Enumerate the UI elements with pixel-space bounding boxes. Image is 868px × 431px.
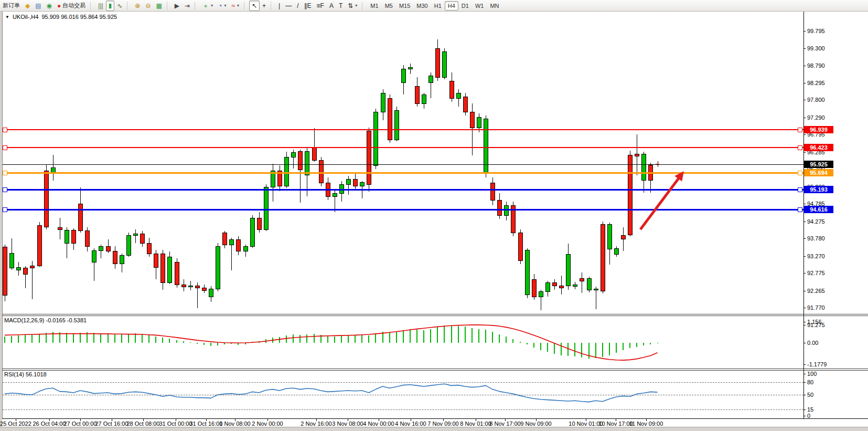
candle-up[interactable] — [381, 93, 385, 112]
candle-up[interactable] — [243, 246, 248, 251]
level-line-96.423[interactable] — [3, 147, 803, 148]
candle-down[interactable] — [532, 279, 537, 297]
timeframe-m30-button[interactable]: M30 — [413, 1, 431, 10]
arrows-dropdown-icon[interactable]: ▾ — [355, 3, 357, 8]
candle-down[interactable] — [85, 230, 90, 247]
line-anchor-left[interactable] — [3, 207, 7, 212]
candle-down[interactable] — [463, 97, 468, 112]
candle-down[interactable] — [415, 86, 420, 104]
candle-up[interactable] — [573, 285, 577, 287]
candle-up[interactable] — [99, 246, 103, 251]
zoom-in-button[interactable]: ⊕ — [132, 1, 143, 11]
level-line-95.193[interactable] — [3, 189, 803, 191]
line-anchor-right[interactable] — [798, 207, 802, 212]
candle-down[interactable] — [497, 200, 502, 216]
line-anchor-right[interactable] — [798, 128, 802, 132]
candle-down[interactable] — [175, 262, 179, 285]
candle-down[interactable] — [202, 288, 207, 291]
trend-arrow-shaft[interactable] — [640, 177, 680, 229]
line-chart-button[interactable]: ∿ — [114, 1, 125, 11]
candle-up[interactable] — [408, 67, 413, 69]
timeframe-mn-button[interactable]: MN — [487, 1, 502, 10]
candle-down[interactable] — [37, 225, 42, 266]
candle-down[interactable] — [580, 278, 584, 281]
candle-up[interactable] — [133, 234, 138, 236]
candle-down[interactable] — [30, 266, 35, 268]
timeframe-h4-button[interactable]: H4 — [445, 1, 458, 10]
candle-down[interactable] — [147, 243, 152, 254]
candle-up[interactable] — [92, 250, 97, 262]
timeframe-d1-button[interactable]: D1 — [458, 1, 472, 10]
crosshair-button[interactable]: + — [260, 1, 269, 11]
macd-splitter[interactable] — [2, 314, 868, 314]
candle-down[interactable] — [154, 254, 158, 268]
line-anchor-right[interactable] — [798, 171, 802, 175]
level-line-95.694[interactable] — [3, 172, 803, 174]
ohlc-bars-button[interactable]: ||| — [95, 1, 105, 11]
candle-down[interactable] — [236, 239, 241, 251]
candle-up[interactable] — [209, 289, 213, 297]
candle-down[interactable] — [222, 233, 227, 245]
time-axis[interactable]: 25 Oct 202226 Oct 04:0027 Oct 00:0027 Oc… — [2, 418, 868, 427]
line-anchor-right[interactable] — [798, 145, 802, 150]
line-anchor-left[interactable] — [3, 128, 7, 132]
timeframe-m1-button[interactable]: M1 — [367, 1, 381, 10]
candle-down[interactable] — [601, 224, 605, 291]
candle-up[interactable] — [291, 152, 296, 157]
candle-up[interactable] — [422, 94, 426, 104]
new-order-button[interactable]: 新订单 — [0, 1, 23, 11]
candle-down[interactable] — [388, 98, 392, 140]
line-anchor-left[interactable] — [3, 187, 7, 192]
trendline-button[interactable]: / — [294, 1, 301, 11]
candle-down[interactable] — [621, 235, 626, 239]
candle-down[interactable] — [78, 204, 83, 231]
periods-dropdown-icon[interactable]: ▾ — [224, 3, 226, 8]
terminal-button[interactable]: ◉ — [44, 1, 55, 11]
line-anchor-left[interactable] — [3, 171, 7, 175]
candle-down[interactable] — [44, 171, 49, 227]
candle-down[interactable] — [160, 254, 165, 283]
candle-up[interactable] — [504, 205, 509, 216]
line-anchor-right[interactable] — [798, 187, 802, 192]
candle-up[interactable] — [9, 253, 14, 268]
candle-up[interactable] — [641, 154, 646, 181]
candle-down[interactable] — [181, 285, 186, 287]
candle-up[interactable] — [594, 289, 598, 290]
candle-up[interactable] — [614, 248, 619, 255]
horizontal-line-button[interactable]: — — [283, 1, 294, 11]
candle-up[interactable] — [65, 230, 69, 244]
level-line-94.616[interactable] — [3, 209, 803, 211]
candle-up[interactable] — [442, 51, 447, 78]
candle-down[interactable] — [312, 148, 317, 161]
candle-up[interactable] — [333, 193, 337, 197]
timeframe-h1-button[interactable]: H1 — [431, 1, 445, 10]
candle-down[interactable] — [628, 155, 633, 235]
equidistant-channel-button[interactable]: ∥E — [302, 1, 314, 11]
candle-up[interactable] — [525, 250, 530, 295]
candle-down[interactable] — [635, 154, 639, 156]
candle-up[interactable] — [250, 218, 255, 247]
candle-up[interactable] — [284, 157, 289, 186]
candle-down[interactable] — [367, 131, 371, 185]
candle-up[interactable] — [216, 246, 220, 289]
candle-up[interactable] — [346, 179, 351, 185]
candlesticks-button[interactable]: ▮ — [106, 1, 115, 11]
candle-up[interactable] — [477, 117, 481, 128]
indicators-dropdown-icon[interactable]: ▾ — [237, 3, 239, 8]
chart-dropdown-icon[interactable]: ▼ — [5, 15, 9, 19]
candle-down[interactable] — [319, 160, 324, 183]
candle-down[interactable] — [435, 48, 440, 78]
candle-down[interactable] — [559, 286, 564, 288]
candle-down[interactable] — [113, 251, 117, 264]
candle-up[interactable] — [394, 110, 399, 140]
candle-down[interactable] — [490, 183, 495, 201]
candle-up[interactable] — [188, 286, 193, 287]
indicators-button[interactable]: ≈▾ — [229, 1, 242, 11]
candle-down[interactable] — [257, 218, 262, 230]
candle-down[interactable] — [470, 112, 475, 128]
candle-down[interactable] — [106, 246, 111, 251]
candle-up[interactable] — [545, 282, 550, 292]
periods-button[interactable]: ◔▾ — [216, 1, 229, 11]
candle-up[interactable] — [264, 187, 269, 230]
candle-up[interactable] — [373, 112, 378, 166]
